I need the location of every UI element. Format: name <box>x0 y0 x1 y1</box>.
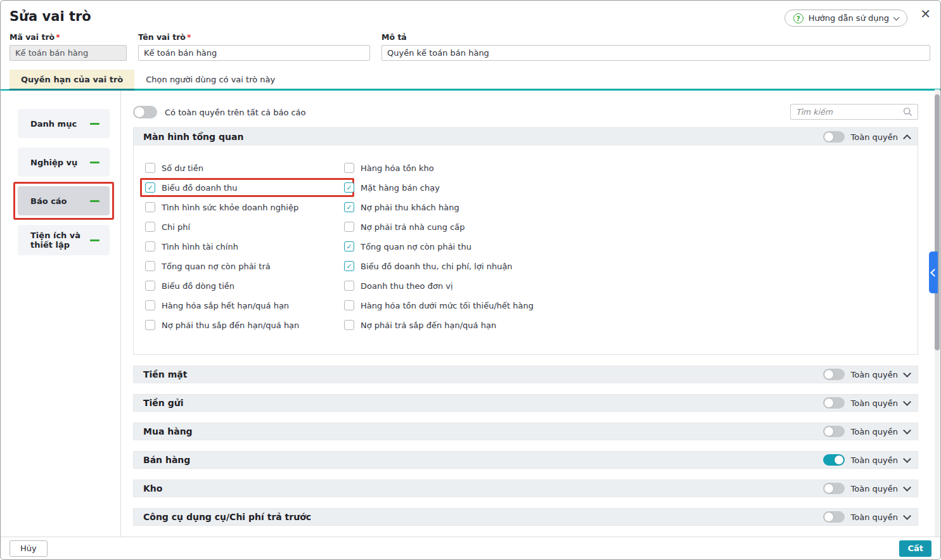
permission-checkbox-item[interactable]: Tổng quan nợ còn phải trả <box>145 260 344 272</box>
role-description-field[interactable] <box>381 45 930 61</box>
full-permission-toggle[interactable] <box>823 131 845 143</box>
chevron-down-icon[interactable] <box>903 455 911 463</box>
checkbox-unchecked-icon[interactable] <box>145 222 155 232</box>
permission-checkbox-item[interactable]: Nợ phải trả nhà cung cấp <box>344 220 534 233</box>
sidebar-item[interactable]: Danh mục <box>18 109 110 138</box>
chevron-down-icon[interactable] <box>903 369 911 378</box>
side-drawer-handle[interactable] <box>929 251 938 293</box>
permission-label: Nợ phải trả sắp đến hạn/quá hạn <box>361 321 496 330</box>
checkbox-unchecked-icon[interactable] <box>145 281 155 291</box>
section-header[interactable]: Màn hình tổng quanToàn quyền <box>134 128 918 146</box>
role-name-field[interactable] <box>138 45 370 61</box>
chevron-down-icon[interactable] <box>903 483 911 492</box>
chevron-down-icon[interactable] <box>903 512 911 520</box>
required-marker: * <box>56 32 60 42</box>
full-permission-toggle[interactable] <box>823 369 845 380</box>
sidebar-item[interactable]: Nghiệp vụ <box>18 148 110 177</box>
section-header[interactable]: KhoToàn quyền <box>133 480 918 497</box>
checkbox-checked-icon[interactable]: ✓ <box>344 202 354 212</box>
checkbox-checked-icon[interactable]: ✓ <box>344 261 354 271</box>
chevron-down-icon[interactable] <box>903 426 911 435</box>
full-permission-toggle[interactable] <box>823 511 845 523</box>
help-button[interactable]: ? Hướng dẫn sử dụng <box>784 10 907 27</box>
permission-checkbox-item[interactable]: Biểu đồ dòng tiền <box>145 279 344 292</box>
section-header[interactable]: Tiền gửiToàn quyền <box>133 394 918 412</box>
checkbox-unchecked-icon[interactable] <box>344 320 354 330</box>
permission-checkbox-item[interactable]: ✓Biểu đồ doanh thu, chi phí, lợi nhuận <box>344 260 534 272</box>
permission-label: Hàng hóa tồn kho <box>361 163 434 173</box>
chevron-down-icon[interactable] <box>903 398 911 406</box>
checkbox-unchecked-icon[interactable] <box>344 281 354 291</box>
permission-label: Số dư tiền <box>162 163 203 173</box>
section-controls: Toàn quyền <box>823 454 910 466</box>
checkbox-checked-icon[interactable]: ✓ <box>344 241 354 251</box>
permission-label: Tổng quan nợ còn phải thu <box>361 242 471 251</box>
checkbox-unchecked-icon[interactable] <box>344 222 354 232</box>
permission-label: Biểu đồ doanh thu <box>162 183 238 193</box>
permission-label: Mặt hàng bán chạy <box>361 183 440 193</box>
permission-checkbox-item[interactable]: ✓Mặt hàng bán chạy <box>344 181 534 194</box>
section-controls: Toàn quyền <box>823 511 910 523</box>
checkbox-checked-icon[interactable]: ✓ <box>145 182 155 193</box>
checkbox-unchecked-icon[interactable] <box>344 163 354 173</box>
checkbox-unchecked-icon[interactable] <box>145 241 155 251</box>
checkbox-unchecked-icon[interactable] <box>145 300 155 310</box>
search-input[interactable] <box>796 107 903 117</box>
tab-role-users[interactable]: Chọn người dùng có vai trò này <box>134 70 286 89</box>
permission-label: Chi phí <box>162 222 190 232</box>
help-button-label: Hướng dẫn sử dụng <box>809 13 889 23</box>
permission-checkbox-item[interactable]: ✓Biểu đồ doanh thu <box>145 181 344 194</box>
master-toggle-row: Có toàn quyền trên tất cả báo cáo <box>133 104 918 120</box>
permission-checkbox-item[interactable]: Số dư tiền <box>145 162 344 174</box>
close-icon[interactable]: ✕ <box>920 6 931 22</box>
checkbox-unchecked-icon[interactable] <box>145 163 155 173</box>
permission-checkbox-item[interactable]: Doanh thu theo đơn vị <box>344 279 534 292</box>
permission-checkbox-item[interactable]: Hàng hóa tồn dưới mức tối thiểu/hết hàng <box>344 299 534 312</box>
permission-checkbox-item[interactable]: Hàng hóa tồn kho <box>344 162 534 174</box>
section-header[interactable]: Công cụ dụng cụ/Chi phí trả trướcToàn qu… <box>133 508 918 526</box>
full-permission-toggle[interactable] <box>823 426 845 437</box>
chevron-up-icon[interactable] <box>903 134 911 143</box>
permission-checkbox-item[interactable]: ✓Nợ phải thu khách hàng <box>344 201 534 213</box>
full-permission-toggle[interactable] <box>823 397 845 409</box>
all-reports-toggle[interactable] <box>133 106 157 118</box>
permission-label: Tình hình tài chính <box>162 242 238 251</box>
permission-label: Doanh thu theo đơn vị <box>361 281 453 291</box>
full-permission-toggle[interactable] <box>823 454 845 466</box>
checkbox-unchecked-icon[interactable] <box>145 320 155 330</box>
permission-label: Nợ phải trả nhà cung cấp <box>361 222 465 232</box>
section-header[interactable]: Mua hàngToàn quyền <box>133 423 918 440</box>
all-reports-toggle-label: Có toàn quyền trên tất cả báo cáo <box>165 108 306 117</box>
full-permission-toggle[interactable] <box>823 483 845 494</box>
checkbox-unchecked-icon[interactable] <box>145 202 155 212</box>
checkbox-unchecked-icon[interactable] <box>145 261 155 271</box>
permission-checkbox-item[interactable]: ✓Tổng quan nợ còn phải thu <box>344 240 534 253</box>
sidebar-item[interactable]: Báo cáo <box>18 186 110 215</box>
save-button[interactable]: Cất <box>899 540 931 557</box>
permission-checkbox-item[interactable]: Nợ phải trả sắp đến hạn/quá hạn <box>344 319 534 331</box>
tab-bar: Quyền hạn của vai trò Chọn người dùng có… <box>10 70 930 89</box>
scrollbar-thumb[interactable] <box>935 94 940 350</box>
minus-icon <box>90 200 99 202</box>
minus-icon <box>90 123 99 125</box>
permission-checkbox-item[interactable]: Hàng hóa sắp hết hạn/quá hạn <box>145 299 344 312</box>
checkbox-checked-icon[interactable]: ✓ <box>344 182 354 193</box>
vertical-scrollbar[interactable] <box>935 89 940 537</box>
permission-label: Hàng hóa sắp hết hạn/quá hạn <box>162 301 289 310</box>
minus-icon <box>90 239 99 241</box>
tab-role-permissions[interactable]: Quyền hạn của vai trò <box>10 70 134 89</box>
section-header[interactable]: Bán hàngToàn quyền <box>133 451 918 469</box>
section-controls: Toàn quyền <box>823 483 910 494</box>
sidebar-item[interactable]: Tiện ích và thiết lập <box>18 225 110 255</box>
role-code-field[interactable] <box>10 45 127 61</box>
permission-label: Biểu đồ doanh thu, chi phí, lợi nhuận <box>361 262 513 271</box>
permission-checkbox-item[interactable]: Nợ phải thu sắp đến hạn/quá hạn <box>145 319 344 331</box>
cancel-button[interactable]: Hủy <box>10 540 48 557</box>
section-title: Màn hình tổng quan <box>143 132 243 142</box>
permission-label: Hàng hóa tồn dưới mức tối thiểu/hết hàng <box>361 301 534 310</box>
permission-checkbox-item[interactable]: Chi phí <box>145 220 344 233</box>
checkbox-unchecked-icon[interactable] <box>344 300 354 310</box>
permission-checkbox-item[interactable]: Tình hình sức khỏe doanh nghiệp <box>145 201 344 213</box>
section-header[interactable]: Tiền mặtToàn quyền <box>133 366 918 383</box>
permission-checkbox-item[interactable]: Tình hình tài chính <box>145 240 344 253</box>
